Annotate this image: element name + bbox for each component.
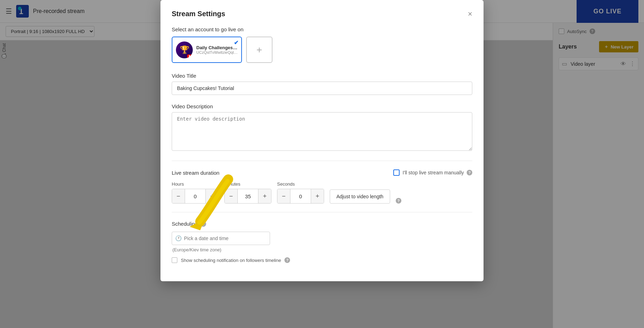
video-title-input[interactable] — [172, 82, 472, 95]
manual-stop-row: I'll stop live stream manually ? — [393, 169, 472, 176]
check-mark-icon: ✔ — [234, 39, 238, 46]
divider — [172, 161, 472, 161]
hours-input[interactable] — [185, 189, 206, 203]
account-id: UCzQstTvWwttzieQqtHQW... — [196, 50, 238, 54]
seconds-field: Seconds − + — [277, 181, 324, 204]
adjust-video-length-button[interactable]: Adjust to video length — [330, 189, 390, 204]
seconds-stepper: − + — [277, 189, 324, 204]
manual-stop-checkbox[interactable] — [393, 169, 400, 176]
scheduling-notify-checkbox[interactable] — [172, 257, 177, 263]
seconds-plus-btn[interactable]: + — [311, 189, 324, 203]
account-avatar: 🏆 — [176, 41, 193, 58]
hours-label: Hours — [172, 181, 219, 187]
timezone-label: (Europe/Kiev time zone) — [172, 247, 472, 252]
scheduling-header: Scheduling ? — [172, 221, 472, 227]
seconds-input[interactable] — [290, 189, 311, 203]
seconds-minus-btn[interactable]: − — [277, 189, 290, 203]
minutes-label: Minutes — [224, 181, 271, 187]
hours-plus-btn[interactable]: + — [206, 189, 218, 203]
scheduling-footer-help-icon[interactable]: ? — [284, 257, 290, 263]
video-title-label: Video Title — [172, 73, 472, 79]
hours-minus-btn[interactable]: − — [172, 189, 185, 203]
modal-header: Stream Settings × — [172, 10, 472, 18]
duration-title: Live stream duration — [172, 170, 219, 176]
video-desc-group: Video Description — [172, 103, 472, 152]
manual-stop-label: I'll stop live stream manually — [402, 170, 464, 175]
video-desc-label: Video Description — [172, 103, 472, 109]
manual-stop-help-icon[interactable]: ? — [467, 170, 472, 175]
modal-title: Stream Settings — [172, 10, 225, 18]
divider-2 — [172, 212, 472, 212]
account-info: Daily Challenges & Quizzes UCzQstTvWwttz… — [196, 45, 238, 54]
stream-settings-modal: Stream Settings × Select an account to g… — [160, 0, 484, 281]
minutes-minus-btn[interactable]: − — [225, 189, 237, 203]
account-section-label: Select an account to go live on — [172, 26, 472, 32]
hours-stepper: − + — [172, 189, 219, 204]
account-name: Daily Challenges & Quizzes — [196, 45, 238, 50]
minutes-field: Minutes − + — [224, 181, 271, 204]
account-row: 🏆 Daily Challenges & Quizzes UCzQstTvWwt… — [172, 37, 472, 63]
hours-field: Hours − + — [172, 181, 219, 204]
minutes-stepper: − + — [224, 189, 271, 204]
adjust-help-icon[interactable]: ? — [396, 198, 401, 204]
date-input-wrap: 🕐 — [172, 232, 270, 245]
close-modal-button[interactable]: × — [468, 10, 472, 18]
minutes-input[interactable] — [237, 189, 258, 203]
duration-section: Live stream duration I'll stop live stre… — [172, 169, 472, 204]
add-account-card[interactable]: + — [246, 37, 272, 63]
duration-header: Live stream duration I'll stop live stre… — [172, 169, 472, 176]
calendar-icon: 🕐 — [175, 235, 182, 242]
scheduling-section: Scheduling ? 🕐 (Europe/Kiev time zone) S… — [172, 221, 472, 263]
minutes-plus-btn[interactable]: + — [258, 189, 271, 203]
scheduling-footer-row: Show scheduling notification on follower… — [172, 257, 472, 263]
date-time-input[interactable] — [172, 232, 270, 245]
scheduling-footer-text: Show scheduling notification on follower… — [181, 258, 281, 263]
video-title-group: Video Title — [172, 73, 472, 95]
account-card[interactable]: 🏆 Daily Challenges & Quizzes UCzQstTvWwt… — [172, 37, 242, 63]
youtube-badge — [187, 54, 193, 58]
scheduling-help-icon[interactable]: ? — [201, 221, 206, 227]
duration-inputs: Hours − + Minutes − + Seconds — [172, 181, 472, 204]
add-account-plus-icon: + — [256, 44, 262, 56]
video-desc-textarea[interactable] — [172, 112, 472, 151]
seconds-label: Seconds — [277, 181, 324, 187]
scheduling-title: Scheduling — [172, 221, 198, 227]
